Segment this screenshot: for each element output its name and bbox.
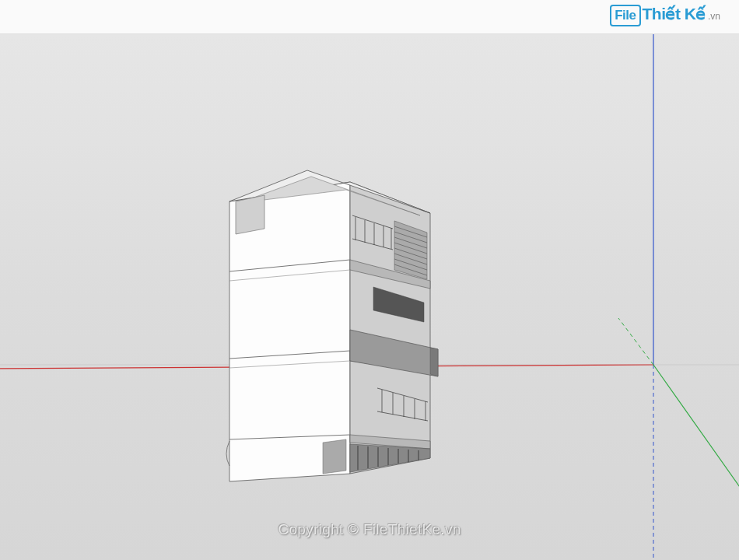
green-axis-negative [618, 318, 653, 365]
logo-thietke-text: Thiết Kế [643, 5, 706, 23]
building-svg [222, 147, 443, 489]
logo-vn-text: .vn [708, 11, 720, 22]
site-logo[interactable]: File Thiết Kế .vn [610, 5, 720, 26]
roof-cutout [236, 195, 264, 234]
logo-file-box: File [610, 5, 640, 26]
green-axis [653, 365, 739, 497]
watermark-text: Copyright © FileThietKe.vn [278, 521, 461, 538]
left-bottom-opening [323, 439, 346, 474]
header-bar: File Thiết Kế .vn [0, 0, 739, 34]
logo-file-text: File [615, 8, 636, 23]
right-face [350, 182, 430, 474]
ground-right [350, 444, 430, 472]
building-model[interactable] [222, 147, 443, 489]
sketchup-viewport[interactable]: Copyright © FileThietKe.vn [0, 34, 739, 560]
protruding-box-side [430, 348, 438, 376]
curved-balcony [226, 441, 229, 466]
